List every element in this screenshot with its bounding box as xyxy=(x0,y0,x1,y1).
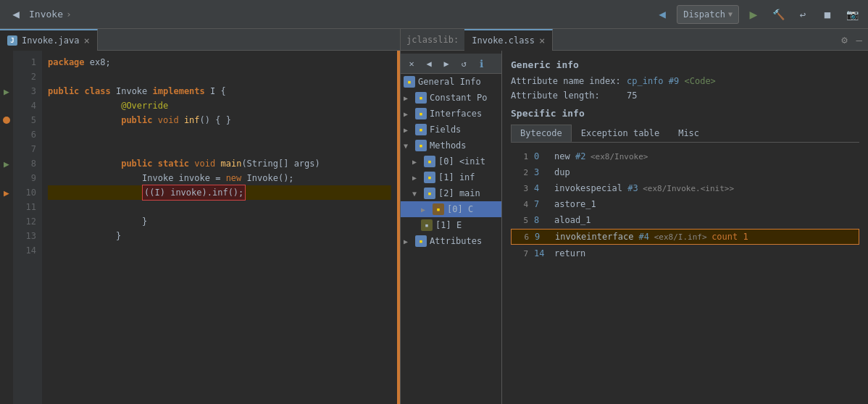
tree-item-method-1[interactable]: ▶ ▪ [1] inf xyxy=(401,169,501,185)
minus-icon[interactable]: — xyxy=(856,34,862,46)
breakpoint-gutter: ▶ ▶ ▶ xyxy=(0,51,13,404)
folder-constant-pool-icon: ▪ xyxy=(415,92,427,104)
gutter-1 xyxy=(0,55,13,70)
expand-method-2-icon: ▼ xyxy=(412,190,421,198)
code-area: ▶ ▶ ▶ 1 2 3 xyxy=(0,51,400,404)
tab-bytecode[interactable]: Bytecode xyxy=(511,125,572,142)
jclasslib-content: ✕ ◀ ▶ ↺ ℹ ▪ General Info ▶ ▪ Constant Po xyxy=(401,51,868,404)
breakpoint-5 xyxy=(3,117,10,124)
folder-interfaces-icon: ▪ xyxy=(415,108,427,119)
back-icon[interactable]: ◀ xyxy=(6,4,26,25)
tree-label-method-1: [1] inf xyxy=(438,172,475,182)
expand-code-icon: ▶ xyxy=(421,206,430,214)
tree-item-general-info[interactable]: ▪ General Info xyxy=(401,74,501,90)
invoke-class-tab[interactable]: Invoke.class × xyxy=(464,29,553,51)
close-toolbar-btn[interactable]: ✕ xyxy=(404,56,420,72)
breadcrumb-area: ◀ Invoke › xyxy=(6,4,652,25)
highlighted-expression: ((I) invoke).inf(); xyxy=(142,185,246,201)
top-bar: ◀ Invoke › ◀ Dispatch ▼ ▶ 🔨 ↩ ■ 📷 xyxy=(0,0,868,29)
tree-item-attributes[interactable]: ▶ ▪ Attributes xyxy=(401,233,501,249)
tree-label-fields: Fields xyxy=(430,125,461,135)
forward-toolbar-btn[interactable]: ▶ xyxy=(438,56,454,72)
folder-attributes-icon: ▪ xyxy=(415,235,427,247)
expand-attributes-icon: ▶ xyxy=(404,237,412,245)
invoke-java-tab[interactable]: J Invoke.java × xyxy=(0,29,98,51)
line-num-6: 6 xyxy=(13,127,36,142)
line-num-9: 9 xyxy=(13,171,36,185)
bc-row-3: 3 4 invokespecial #3 <ex8/Invoke.<init>> xyxy=(511,180,859,196)
line-num-7: 7 xyxy=(13,142,36,156)
gutter-4 xyxy=(0,98,13,113)
breadcrumb-separator: › xyxy=(66,9,72,20)
gutter-8: ▶ xyxy=(0,156,13,171)
attribute-name-value[interactable]: cp_info #9 xyxy=(627,76,679,86)
folder-method-2-icon: ▪ xyxy=(424,188,435,199)
expand-method-0-icon: ▶ xyxy=(412,158,421,166)
attribute-length-row: Attribute length: 75 xyxy=(511,91,859,101)
expand-constant-pool-icon: ▶ xyxy=(404,94,412,102)
line-num-2: 2 xyxy=(13,70,36,84)
expand-interfaces-icon: ▶ xyxy=(404,110,412,118)
line-num-10: 10 xyxy=(13,185,36,200)
expand-fields-icon: ▶ xyxy=(404,126,412,134)
generic-info-title: Generic info xyxy=(511,59,859,70)
folder-code-icon: ▪ xyxy=(433,203,444,215)
attribute-name-label: Attribute name index: xyxy=(511,76,627,86)
specific-info-title: Specific info xyxy=(511,108,859,119)
dispatch-button[interactable]: Dispatch ▼ xyxy=(677,5,739,24)
java-file-icon: J xyxy=(7,35,17,46)
bytecode-tabs: Bytecode Exception table Misc xyxy=(511,125,859,143)
code-line-2 xyxy=(48,70,391,84)
code-content[interactable]: package ex8; public class Invoke impleme… xyxy=(42,51,397,404)
tree-item-exceptions[interactable]: ▪ [1] E xyxy=(401,217,501,233)
toolbar-right: ◀ Dispatch ▼ ▶ 🔨 ↩ ■ 📷 xyxy=(652,4,862,25)
line-num-3: 3 xyxy=(13,84,36,98)
tree-label-constant-pool: Constant Po xyxy=(430,93,487,103)
gutter-5 xyxy=(0,113,13,127)
tree-item-constant-pool[interactable]: ▶ ▪ Constant Po xyxy=(401,90,501,106)
tree-item-method-2[interactable]: ▼ ▪ [2] main xyxy=(401,185,501,201)
tab-exception-table[interactable]: Exception table xyxy=(572,125,669,142)
dispatch-label: Dispatch xyxy=(683,9,725,20)
refresh-toolbar-btn[interactable]: ↺ xyxy=(456,56,472,72)
expand-method-1-icon: ▶ xyxy=(412,174,421,182)
tree-item-methods[interactable]: ▼ ▪ Methods xyxy=(401,138,501,153)
tree-item-code[interactable]: ▶ ▪ [0] C xyxy=(401,201,501,217)
code-line-10: ((I) invoke).inf(); xyxy=(48,185,391,200)
back-toolbar-btn[interactable]: ◀ xyxy=(421,56,437,72)
tree-item-fields[interactable]: ▶ ▪ Fields xyxy=(401,122,501,138)
tree-label-method-2: [2] main xyxy=(438,188,480,198)
main-layout: J Invoke.java × ▶ ▶ xyxy=(0,29,868,404)
folder-methods-icon: ▪ xyxy=(415,140,427,151)
attribute-name-code: <Code> xyxy=(684,76,715,86)
tree-toolbar: ✕ ◀ ▶ ↺ ℹ xyxy=(401,54,501,74)
tree-item-interfaces[interactable]: ▶ ▪ Interfaces xyxy=(401,106,501,122)
folder-method-0-icon: ▪ xyxy=(424,156,435,167)
tree-label-methods: Methods xyxy=(430,140,467,151)
tab-misc[interactable]: Misc xyxy=(669,125,709,142)
folder-general-info-icon: ▪ xyxy=(404,76,415,88)
line-numbers: 1 2 3 4 5 6 7 8 9 10 11 12 13 14 xyxy=(13,51,42,404)
build-icon[interactable]: 🔨 xyxy=(768,4,788,25)
run-button[interactable]: ▶ xyxy=(743,4,764,25)
editor-tab-bar: J Invoke.java × xyxy=(0,29,400,51)
info-toolbar-btn[interactable]: ℹ xyxy=(473,56,489,72)
tree-panel: ✕ ◀ ▶ ↺ ℹ ▪ General Info ▶ ▪ Constant Po xyxy=(401,51,502,404)
tree-item-method-0[interactable]: ▶ ▪ [0] <init xyxy=(401,153,501,169)
tree-label-exceptions: [1] E xyxy=(435,220,462,230)
tree-label-code: [0] C xyxy=(447,204,473,214)
stop-icon[interactable]: ■ xyxy=(817,4,838,25)
line-num-14: 14 xyxy=(13,243,36,258)
profile-icon[interactable]: ↩ xyxy=(793,4,813,25)
folder-fields-icon: ▪ xyxy=(415,124,427,135)
back-nav-icon[interactable]: ◀ xyxy=(652,4,672,25)
gutter-6 xyxy=(0,127,13,142)
camera-icon[interactable]: 📷 xyxy=(842,4,862,25)
folder-method-1-icon: ▪ xyxy=(424,172,435,183)
class-tab-close-icon[interactable]: × xyxy=(539,35,545,46)
file-exceptions-icon: ▪ xyxy=(421,219,433,231)
attribute-length-value: 75 xyxy=(627,91,637,101)
settings-icon[interactable]: ⚙ xyxy=(841,34,847,46)
tab-close-icon[interactable]: × xyxy=(83,35,89,46)
tree-label-method-0: [0] <init xyxy=(438,156,485,167)
